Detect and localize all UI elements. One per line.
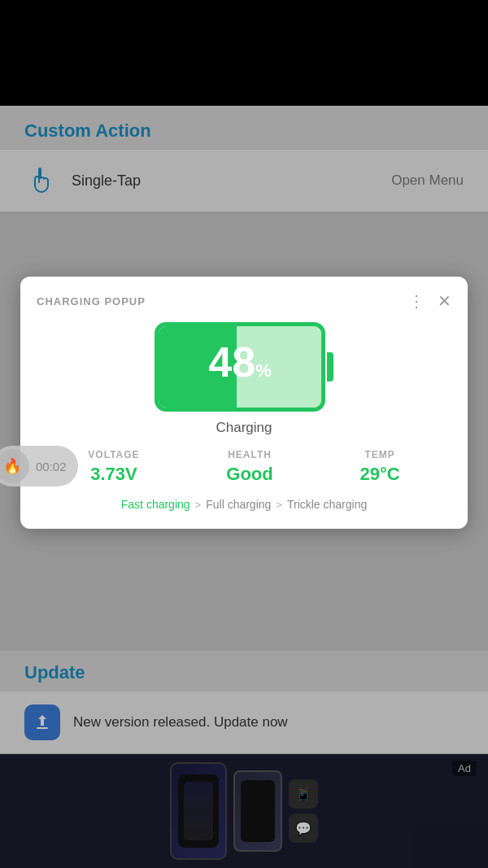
battery-status: Charging [216,420,272,436]
popup-more-icon[interactable]: ⋮ [408,291,425,311]
battery-wrapper: 48 % [155,322,333,412]
charging-popup: CHARGING POPUP ⋮ ✕ 48 % Charging VOLTAGE… [20,277,468,529]
stage-full-charging: Full charging [206,498,271,511]
battery-tip [327,352,333,382]
stage-arrow-2: > [276,499,282,511]
temp-stat: TEMP 29°C [359,449,399,485]
voltage-label: VOLTAGE [88,449,139,460]
charging-stages: Fast charging > Full charging > Trickle … [37,498,451,511]
battery-number: 48 [208,341,255,383]
health-label: HEALTH [228,449,272,460]
timer-text: 00:02 [36,460,67,473]
voltage-value: 3.73V [90,464,137,485]
stage-fast-charging: Fast charging [121,498,190,511]
battery-body: 48 % [155,322,325,412]
battery-symbol: % [255,360,272,382]
timer-icon: 🔥 [0,449,29,483]
stage-arrow-1: > [195,499,202,511]
temp-value: 29°C [359,464,399,485]
top-status-bar [0,0,488,106]
temp-label: TEMP [364,449,394,460]
health-value: Good [226,464,272,485]
battery-display: 48 % Charging [37,322,451,436]
battery-percent-display: 48 % [208,341,271,393]
popup-close-icon[interactable]: ✕ [438,291,451,311]
popup-header: CHARGING POPUP ⋮ ✕ [37,291,451,311]
stage-trickle-charging: Trickle charging [287,498,367,511]
popup-title: CHARGING POPUP [37,295,146,308]
timer-widget[interactable]: 🔥 00:02 [0,446,78,486]
stats-row: VOLTAGE 3.73V HEALTH Good TEMP 29°C [37,449,451,485]
popup-actions: ⋮ ✕ [408,291,451,311]
voltage-stat: VOLTAGE 3.73V [88,449,139,485]
health-stat: HEALTH Good [226,449,272,485]
